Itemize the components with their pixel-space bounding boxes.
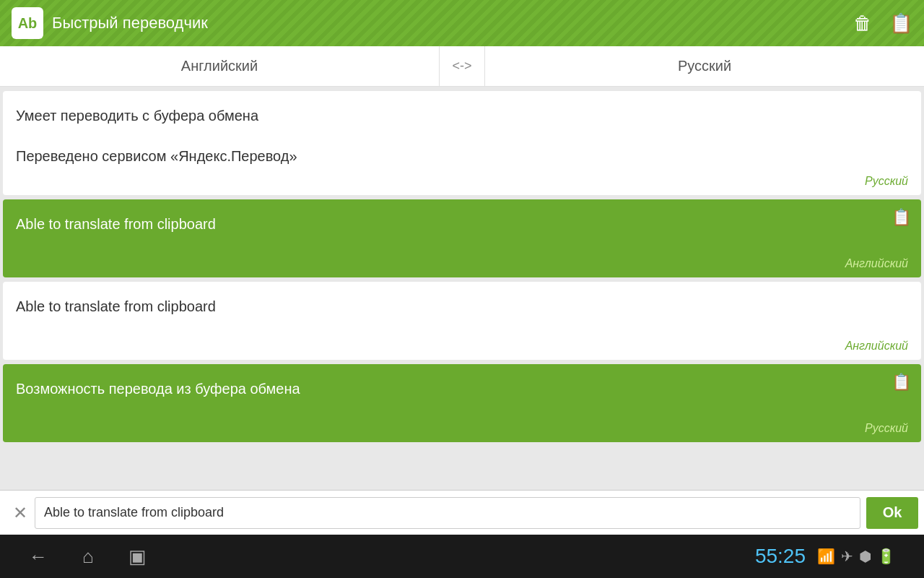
language-bar: Английский <-> Русский [0,46,924,87]
translation-card-4: 📋 Возможность перевода из буфера обмена … [3,364,921,442]
airplane-icon: ✈ [841,548,853,565]
card-lang-2: Английский [3,257,921,277]
language-target[interactable]: Русский [485,58,924,74]
search-input[interactable] [35,497,860,529]
card-text-4: Возможность перевода из буфера обмена [16,379,908,399]
ok-button[interactable]: Ok [866,497,918,529]
app-logo: Ab [12,7,43,39]
language-swap-button[interactable]: <-> [439,46,485,86]
card-body-2: 📋 Able to translate from clipboard [3,199,921,257]
translation-card-3: Able to translate from clipboard Английс… [3,282,921,360]
toolbar-left: Ab Быстрый переводчик [12,7,853,39]
app-title: Быстрый переводчик [52,14,208,33]
copy-icon-2[interactable]: 📋 [892,208,911,227]
nav-right: 55:25 📶 ✈ ⬢ 🔋 [755,545,895,568]
language-source[interactable]: Английский [0,58,439,74]
nav-icons-left: ← ⌂ ▣ [29,545,147,568]
delete-icon[interactable]: 🗑 [853,12,872,35]
card-lang-4: Русский [3,422,921,442]
battery-icon: 🔋 [877,548,895,565]
toolbar: Ab Быстрый переводчик 🗑 📋 [0,0,924,46]
bluetooth-icon: ⬢ [859,548,871,565]
card-text-2: Able to translate from clipboard [16,214,908,234]
card-text-1: Умеет переводить с буфера обменаПереведе… [16,105,908,166]
toolbar-right: 🗑 📋 [853,12,912,35]
card-body-1: Умеет переводить с буфера обменаПереведе… [3,91,921,175]
translation-card-1: Умеет переводить с буфера обменаПереведе… [3,91,921,195]
main-content: Умеет переводить с буфера обменаПереведе… [0,87,924,490]
clipboard-icon[interactable]: 📋 [889,12,912,35]
navigation-bar: ← ⌂ ▣ 55:25 📶 ✈ ⬢ 🔋 [0,535,924,578]
card-text-3: Able to translate from clipboard [16,296,908,316]
back-button[interactable]: ← [29,545,48,568]
card-body-3: Able to translate from clipboard [3,282,921,340]
status-time: 55:25 [755,545,806,568]
wifi-icon: 📶 [817,548,835,565]
copy-icon-4[interactable]: 📋 [892,373,911,392]
status-icons: 📶 ✈ ⬢ 🔋 [817,548,895,565]
card-body-4: 📋 Возможность перевода из буфера обмена [3,364,921,422]
card-lang-3: Английский [3,340,921,360]
input-bar: ✕ Ok [0,490,924,535]
translation-card-2: 📋 Able to translate from clipboard Англи… [3,199,921,277]
input-clear-button[interactable]: ✕ [6,499,35,527]
card-lang-1: Русский [3,175,921,195]
recents-button[interactable]: ▣ [128,545,147,568]
home-button[interactable]: ⌂ [82,545,94,568]
